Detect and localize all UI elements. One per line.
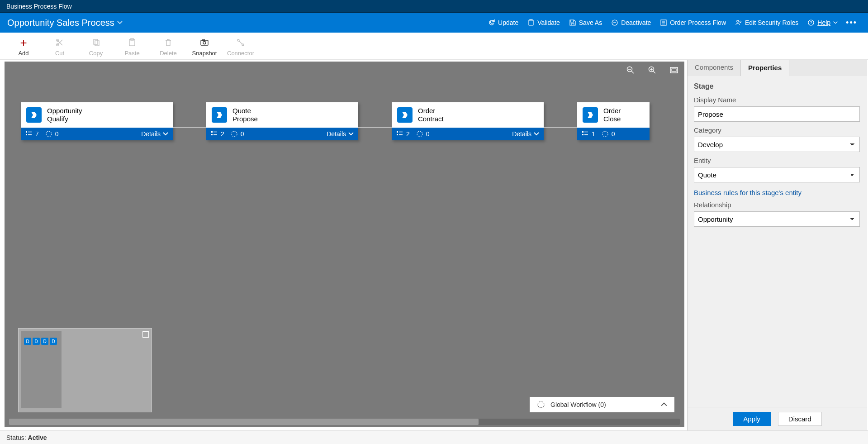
stage-footer: 20Details — [206, 128, 358, 140]
help-icon: ? — [807, 19, 815, 26]
help-button[interactable]: ? Help — [803, 16, 842, 29]
workflow-count: 0 — [241, 130, 244, 138]
snapshot-label: Snapshot — [192, 50, 217, 57]
security-roles-label: Edit Security Roles — [745, 19, 798, 26]
stage-header: OpportunityQualify — [21, 102, 173, 128]
add-label: Add — [18, 50, 28, 57]
stage-connector — [544, 115, 577, 139]
delete-label: Delete — [160, 50, 177, 57]
minimap-expand-icon[interactable] — [142, 331, 149, 338]
svg-rect-14 — [201, 40, 208, 45]
stage-footer: 20Details — [392, 128, 544, 140]
flow-icon — [660, 19, 667, 26]
svg-point-4 — [737, 20, 739, 22]
chevron-up-icon[interactable] — [661, 401, 667, 408]
minimap-stage-icon: D — [41, 338, 48, 345]
status-label: Status: — [6, 434, 26, 441]
validate-button[interactable]: Validate — [523, 16, 564, 29]
details-toggle[interactable]: Details — [141, 130, 168, 138]
svg-point-9 — [57, 44, 59, 46]
details-toggle[interactable]: Details — [327, 130, 354, 138]
svg-rect-10 — [94, 39, 98, 44]
security-roles-button[interactable]: Edit Security Roles — [730, 16, 803, 29]
stage-entity: Order — [603, 107, 621, 115]
svg-point-5 — [740, 21, 741, 22]
copy-label: Copy — [89, 50, 103, 57]
camera-icon — [200, 38, 209, 47]
steps-count: 7 — [35, 130, 39, 138]
stage-card[interactable]: OrderContract20Details — [392, 102, 544, 140]
display-name-label: Display Name — [694, 96, 860, 104]
security-icon — [735, 19, 742, 26]
svg-rect-24 — [26, 134, 27, 135]
saveas-button[interactable]: Save As — [564, 16, 607, 29]
add-button[interactable]: + Add — [5, 37, 42, 57]
svg-point-34 — [602, 131, 608, 137]
copy-icon — [91, 38, 100, 47]
display-name-input[interactable] — [694, 106, 860, 122]
flow-canvas[interactable]: OpportunityQualify70DetailsQuotePropose2… — [5, 62, 684, 427]
stage-info: OrderClose — [603, 107, 621, 123]
update-label: Update — [498, 19, 518, 26]
cut-button[interactable]: Cut — [42, 37, 78, 57]
more-button[interactable]: ••• — [842, 16, 861, 29]
stage-connector — [358, 115, 392, 139]
stage-header: OrderContract — [392, 102, 544, 128]
saveas-label: Save As — [579, 19, 602, 26]
category-select[interactable]: Develop — [694, 137, 860, 152]
stage-name: Contract — [418, 115, 444, 123]
chevron-down-icon — [833, 20, 838, 25]
help-label: Help — [817, 19, 830, 26]
svg-point-25 — [46, 131, 52, 137]
copy-button[interactable]: Copy — [78, 37, 114, 57]
minimap[interactable]: D D D D — [18, 328, 152, 412]
stage-header: QuotePropose — [206, 102, 358, 128]
connector-button[interactable]: Connector — [223, 37, 259, 57]
details-label: Details — [512, 130, 531, 138]
svg-rect-32 — [582, 131, 583, 133]
steps-badge: 2 — [396, 130, 410, 138]
apply-button[interactable]: Apply — [733, 412, 771, 426]
delete-button[interactable]: Delete — [150, 37, 186, 57]
steps-count: 2 — [221, 130, 224, 138]
save-icon — [569, 19, 576, 26]
workflow-count: 0 — [55, 130, 59, 138]
minimap-stage-icon: D — [24, 338, 31, 345]
stage-card[interactable]: OpportunityQualify70Details — [21, 102, 173, 140]
status-value: Active — [28, 434, 47, 441]
workflow-badge: 0 — [602, 130, 615, 138]
svg-rect-13 — [131, 38, 133, 40]
chevron-down-icon[interactable] — [117, 20, 123, 25]
global-workflow-bar[interactable]: Global Workflow (0) — [530, 397, 674, 412]
discard-button[interactable]: Discard — [778, 412, 822, 426]
stage-info: OrderContract — [418, 107, 444, 123]
snapshot-button[interactable]: Snapshot — [186, 37, 223, 57]
relationship-label: Relationship — [694, 201, 860, 209]
stage-card[interactable]: OrderClose10 — [577, 102, 650, 140]
panel-body: Stage Display Name Category Develop Enti… — [688, 76, 867, 236]
svg-point-8 — [57, 39, 59, 42]
order-flow-button[interactable]: Order Process Flow — [655, 16, 730, 29]
workflow-count: 0 — [612, 130, 615, 138]
stage-card[interactable]: QuotePropose20Details — [206, 102, 358, 140]
stage-entity: Quote — [232, 107, 258, 115]
tab-properties[interactable]: Properties — [740, 60, 789, 76]
relationship-select[interactable]: Opportunity — [694, 211, 860, 227]
category-label: Category — [694, 126, 860, 134]
update-button[interactable]: Update — [484, 16, 523, 29]
entity-select[interactable]: Quote — [694, 167, 860, 182]
details-toggle[interactable]: Details — [512, 130, 539, 138]
deactivate-button[interactable]: Deactivate — [607, 16, 655, 29]
svg-rect-26 — [211, 131, 213, 133]
connector-icon — [236, 38, 245, 47]
tab-components[interactable]: Components — [688, 60, 740, 76]
panel-scroll[interactable]: Stage Display Name Category Develop Enti… — [688, 76, 867, 407]
stage-row: OpportunityQualify70DetailsQuotePropose2… — [21, 102, 650, 140]
horizontal-scrollbar[interactable] — [9, 419, 680, 425]
svg-rect-33 — [582, 134, 583, 135]
steps-count: 1 — [592, 130, 595, 138]
business-rules-link[interactable]: Business rules for this stage's entity — [694, 189, 860, 196]
scrollbar-thumb[interactable] — [9, 419, 479, 425]
process-name[interactable]: Opportunity Sales Process — [7, 18, 114, 28]
paste-button[interactable]: Paste — [114, 37, 150, 57]
